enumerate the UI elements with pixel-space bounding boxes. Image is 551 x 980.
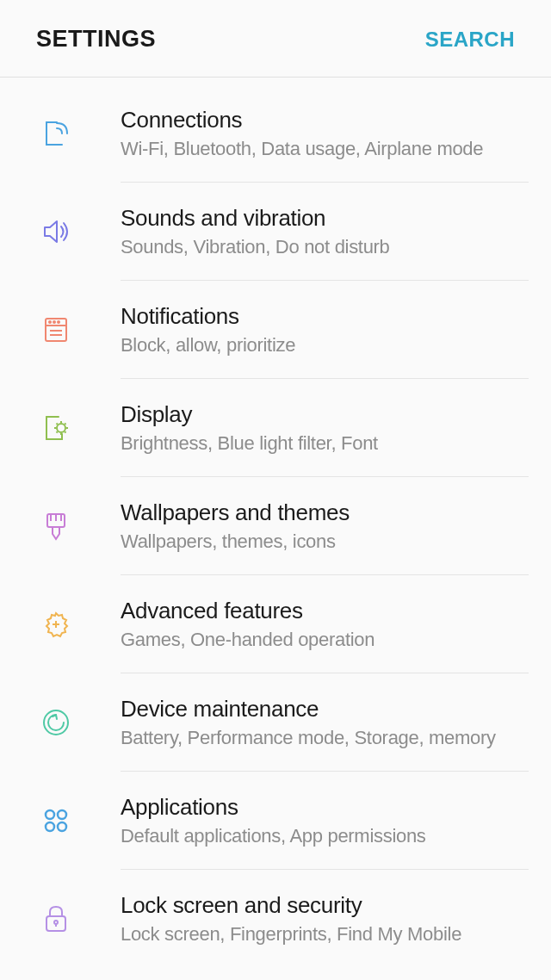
item-title: Advanced features (121, 598, 529, 624)
item-text: Notifications Block, allow, prioritize (121, 303, 529, 357)
svg-line-14 (65, 423, 65, 424)
lock-icon (38, 901, 74, 937)
svg-point-3 (53, 321, 55, 323)
svg-point-26 (58, 822, 66, 831)
item-text: Display Brightness, Blue light filter, F… (121, 401, 529, 455)
item-subtitle: Games, One-handed operation (121, 629, 529, 651)
item-title: Device maintenance (121, 696, 529, 723)
maintenance-icon (38, 704, 74, 741)
search-button[interactable]: SEARCH (425, 28, 515, 52)
settings-item-advanced[interactable]: Advanced features Games, One-handed oper… (121, 575, 529, 673)
settings-item-maintenance[interactable]: Device maintenance Battery, Performance … (121, 673, 529, 772)
item-subtitle: Wi-Fi, Bluetooth, Data usage, Airplane m… (121, 138, 529, 160)
svg-point-7 (57, 424, 65, 432)
item-text: Wallpapers and themes Wallpapers, themes… (121, 499, 529, 553)
item-text: Lock screen and security Lock screen, Fi… (121, 892, 529, 946)
header: SETTINGS SEARCH (0, 0, 551, 78)
settings-item-lockscreen[interactable]: Lock screen and security Lock screen, Fi… (121, 870, 529, 968)
settings-item-applications[interactable]: Applications Default applications, App p… (121, 772, 529, 870)
settings-item-wallpapers[interactable]: Wallpapers and themes Wallpapers, themes… (121, 477, 529, 575)
notifications-icon (38, 312, 74, 348)
wallpaper-icon (38, 508, 74, 544)
svg-line-12 (57, 423, 58, 424)
display-icon (38, 410, 74, 446)
item-title: Connections (121, 107, 529, 133)
item-subtitle: Default applications, App permissions (121, 825, 529, 847)
svg-point-25 (46, 822, 54, 831)
apps-icon (38, 803, 74, 839)
item-title: Notifications (121, 303, 529, 330)
connections-icon (38, 115, 74, 152)
item-subtitle: Wallpapers, themes, icons (121, 530, 529, 553)
svg-point-23 (46, 810, 54, 819)
item-title: Wallpapers and themes (121, 499, 529, 526)
item-subtitle: Block, allow, prioritize (121, 334, 529, 357)
advanced-icon (38, 606, 74, 642)
svg-point-4 (58, 321, 59, 323)
item-subtitle: Lock screen, Fingerprints, Find My Mobil… (121, 923, 529, 946)
item-text: Sounds and vibration Sounds, Vibration, … (121, 205, 529, 258)
svg-point-24 (58, 810, 66, 819)
settings-list: Connections Wi-Fi, Bluetooth, Data usage… (0, 78, 551, 968)
settings-item-sounds[interactable]: Sounds and vibration Sounds, Vibration, … (121, 183, 529, 281)
svg-point-2 (49, 321, 51, 323)
item-title: Sounds and vibration (121, 205, 529, 232)
item-title: Applications (121, 794, 529, 821)
item-text: Advanced features Games, One-handed oper… (121, 598, 529, 651)
item-subtitle: Brightness, Blue light filter, Font (121, 432, 529, 455)
page-title: SETTINGS (36, 26, 156, 53)
item-text: Device maintenance Battery, Performance … (121, 696, 529, 749)
settings-item-notifications[interactable]: Notifications Block, allow, prioritize (121, 281, 529, 379)
svg-line-15 (57, 431, 58, 432)
item-text: Connections Wi-Fi, Bluetooth, Data usage… (121, 107, 529, 160)
svg-point-28 (54, 921, 58, 924)
svg-line-13 (65, 431, 65, 432)
item-title: Display (121, 401, 529, 428)
sound-icon (38, 214, 74, 250)
item-subtitle: Battery, Performance mode, Storage, memo… (121, 727, 529, 749)
item-subtitle: Sounds, Vibration, Do not disturb (121, 236, 529, 258)
settings-item-connections[interactable]: Connections Wi-Fi, Bluetooth, Data usage… (121, 84, 529, 183)
settings-item-display[interactable]: Display Brightness, Blue light filter, F… (121, 379, 529, 477)
item-title: Lock screen and security (121, 892, 529, 919)
item-text: Applications Default applications, App p… (121, 794, 529, 847)
